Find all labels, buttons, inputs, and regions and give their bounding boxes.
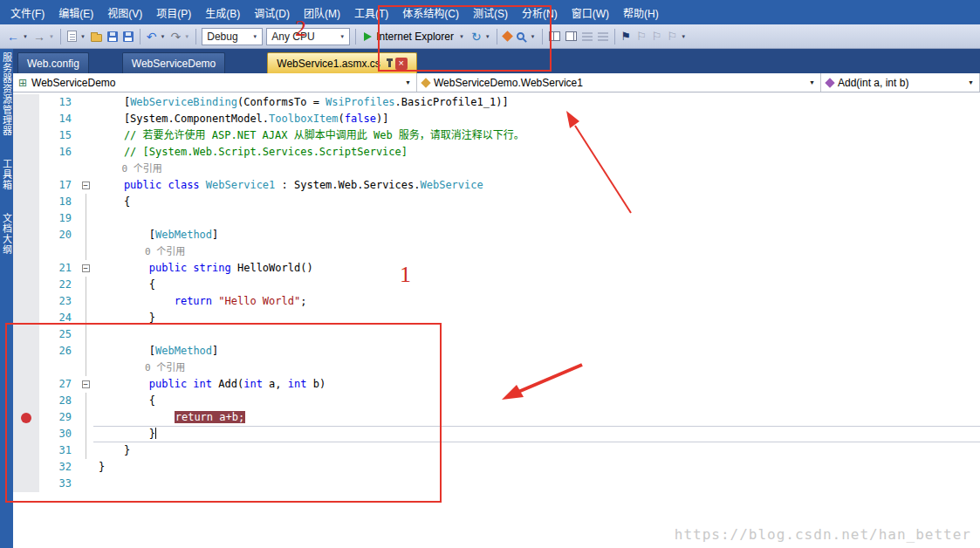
code-text[interactable]: // [System.Web.Script.Services.ScriptSer…	[93, 144, 980, 161]
breakpoint-margin[interactable]	[13, 343, 39, 360]
member-dropdown[interactable]: Add(int a, int b) ▼	[821, 73, 980, 92]
tool-window-tab[interactable]: 文档大纲	[0, 213, 14, 255]
redo-button[interactable]: ↷▼	[168, 29, 193, 45]
new-item-button[interactable]: ▼	[65, 29, 88, 44]
code-text[interactable]: return "Hello World";	[93, 293, 980, 310]
menu-item[interactable]: 编辑(E)	[51, 1, 100, 24]
document-tab[interactable]: WebServiceDemo	[122, 52, 225, 73]
breakpoint-icon[interactable]	[21, 413, 31, 423]
solution-configuration-dropdown[interactable]: Debug▼	[202, 28, 263, 45]
code-text[interactable]: [WebMethod]	[93, 343, 980, 360]
breakpoint-margin[interactable]	[13, 243, 39, 260]
breakpoint-margin[interactable]	[13, 476, 39, 492]
code-text[interactable]: // 若要允许使用 ASP.NET AJAX 从脚本中调用此 Web 服务，请取…	[93, 127, 980, 144]
navigate-back-button[interactable]: ←▼	[4, 29, 31, 45]
toolbar-overflow-icon[interactable]: ▼	[681, 34, 686, 39]
menu-item[interactable]: 项目(P)	[149, 1, 198, 24]
code-text[interactable]: [WebMethod]	[93, 227, 980, 243]
code-text[interactable]: }	[93, 459, 980, 476]
outline-margin[interactable]: −	[78, 376, 93, 393]
menu-item[interactable]: 工具(T)	[347, 1, 395, 24]
breakpoint-margin[interactable]	[13, 260, 39, 277]
code-text[interactable]: 0 个引用	[93, 360, 980, 376]
breakpoint-margin[interactable]	[13, 177, 39, 194]
tool-window-tab[interactable]: 工具箱	[0, 159, 14, 190]
breakpoint-margin[interactable]	[13, 326, 39, 343]
attach-button[interactable]	[501, 31, 514, 42]
outline-margin[interactable]: −	[78, 260, 93, 277]
collapse-icon[interactable]: −	[82, 182, 90, 189]
code-text[interactable]: }	[93, 442, 980, 459]
menu-item[interactable]: 窗口(W)	[565, 1, 616, 24]
breakpoint-margin[interactable]	[13, 227, 39, 243]
code-text[interactable]: 0 个引用	[93, 161, 980, 177]
menu-item[interactable]: 体系结构(C)	[395, 1, 466, 24]
outline-margin[interactable]: −	[78, 177, 93, 194]
code-text[interactable]: }	[93, 426, 980, 442]
clear-bookmarks-button[interactable]: ⚐	[665, 29, 681, 44]
breakpoint-margin[interactable]	[13, 409, 39, 426]
breakpoint-margin[interactable]	[13, 144, 39, 161]
document-tab[interactable]: WebService1.asmx.cs×	[267, 52, 416, 73]
code-text[interactable]: [System.ComponentModel.ToolboxItem(false…	[93, 111, 980, 127]
breakpoint-margin[interactable]	[13, 293, 39, 310]
split-view-right-button[interactable]	[563, 30, 579, 43]
menu-item[interactable]: 测试(S)	[466, 1, 515, 24]
breakpoint-margin[interactable]	[13, 310, 39, 326]
type-dropdown[interactable]: WebServiceDemo.WebService1 ▼	[417, 73, 821, 92]
code-text[interactable]: [WebServiceBinding(ConformsTo = WsiProfi…	[93, 94, 980, 111]
breakpoint-margin[interactable]	[13, 442, 39, 459]
code-text[interactable]: {	[93, 393, 980, 409]
breakpoint-margin[interactable]	[13, 194, 39, 210]
find-button[interactable]: ▼	[514, 31, 538, 42]
code-text[interactable]: }	[93, 310, 980, 326]
breakpoint-margin[interactable]	[13, 161, 39, 177]
refresh-button[interactable]: ↻▼	[469, 29, 493, 45]
project-dropdown[interactable]: ⊞ WebServiceDemo ▼	[13, 73, 417, 92]
toggle-bookmark-button[interactable]: ⚑	[619, 29, 634, 44]
tool-window-tab[interactable]: 服务器资源管理器	[0, 52, 14, 136]
increase-indent-button[interactable]	[595, 31, 611, 43]
breakpoint-margin[interactable]	[13, 127, 39, 144]
code-editor[interactable]: 13 [WebServiceBinding(ConformsTo = WsiPr…	[13, 92, 980, 548]
menu-item[interactable]: 生成(B)	[198, 1, 247, 24]
breakpoint-margin[interactable]	[13, 360, 39, 376]
save-button[interactable]	[105, 30, 120, 44]
code-text[interactable]: return a+b;	[93, 409, 980, 426]
menu-item[interactable]: 视图(V)	[100, 1, 149, 24]
menu-item[interactable]: 帮助(H)	[616, 1, 666, 24]
breakpoint-margin[interactable]	[13, 111, 39, 127]
open-file-button[interactable]	[88, 30, 105, 44]
menu-item[interactable]: 团队(M)	[297, 1, 347, 24]
code-text[interactable]: {	[93, 277, 980, 293]
code-text[interactable]: {	[93, 194, 980, 210]
code-text[interactable]	[93, 476, 980, 492]
start-debugging-button[interactable]: Internet Explorer▼	[360, 29, 469, 45]
code-text[interactable]	[93, 326, 980, 343]
collapse-icon[interactable]: −	[82, 380, 90, 388]
decrease-indent-button[interactable]	[579, 31, 595, 43]
code-text[interactable]: 0 个引用	[93, 243, 980, 260]
code-text[interactable]	[93, 210, 980, 227]
menu-item[interactable]: 调试(D)	[247, 1, 297, 24]
split-view-button[interactable]	[546, 30, 563, 43]
code-text[interactable]: public int Add(int a, int b)	[93, 376, 980, 393]
close-icon[interactable]: ×	[395, 58, 408, 70]
code-text[interactable]: public class WebService1 : System.Web.Se…	[93, 177, 980, 194]
save-all-button[interactable]	[120, 30, 136, 44]
solution-platform-dropdown[interactable]: Any CPU▼	[266, 28, 350, 45]
breakpoint-margin[interactable]	[13, 459, 39, 476]
collapse-icon[interactable]: −	[82, 264, 90, 272]
next-bookmark-button[interactable]: ⚐	[649, 29, 665, 44]
menu-item[interactable]: 文件(F)	[3, 1, 51, 24]
navigate-forward-button[interactable]: →▼	[31, 29, 57, 45]
pin-icon[interactable]	[388, 59, 391, 67]
breakpoint-margin[interactable]	[13, 94, 39, 111]
breakpoint-margin[interactable]	[13, 393, 39, 409]
breakpoint-margin[interactable]	[13, 426, 39, 442]
breakpoint-margin[interactable]	[13, 210, 39, 227]
undo-button[interactable]: ↶▼	[144, 29, 168, 45]
breakpoint-margin[interactable]	[13, 277, 39, 293]
menu-item[interactable]: 分析(N)	[515, 1, 565, 24]
document-tab[interactable]: Web.config	[17, 52, 89, 73]
